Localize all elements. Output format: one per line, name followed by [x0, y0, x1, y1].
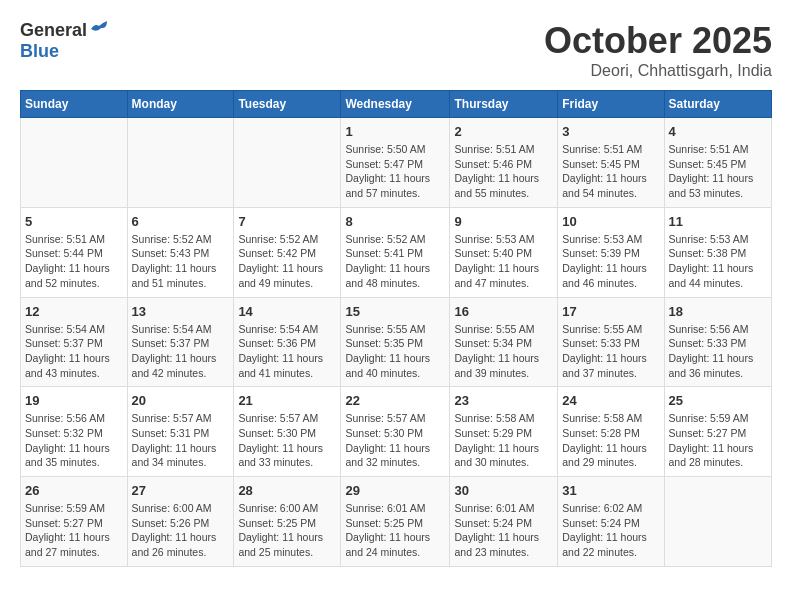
calendar-header-row: Sunday Monday Tuesday Wednesday Thursday…	[21, 91, 772, 118]
day-number: 20	[132, 393, 230, 408]
table-row: 12Sunrise: 5:54 AMSunset: 5:37 PMDayligh…	[21, 297, 128, 387]
day-info: Sunrise: 5:55 AMSunset: 5:33 PMDaylight:…	[562, 322, 659, 381]
day-number: 21	[238, 393, 336, 408]
day-info: Sunrise: 5:56 AMSunset: 5:32 PMDaylight:…	[25, 411, 123, 470]
table-row: 31Sunrise: 6:02 AMSunset: 5:24 PMDayligh…	[558, 477, 664, 567]
table-row: 7Sunrise: 5:52 AMSunset: 5:42 PMDaylight…	[234, 207, 341, 297]
table-row: 24Sunrise: 5:58 AMSunset: 5:28 PMDayligh…	[558, 387, 664, 477]
calendar-week-row: 5Sunrise: 5:51 AMSunset: 5:44 PMDaylight…	[21, 207, 772, 297]
table-row	[21, 118, 128, 208]
day-number: 10	[562, 214, 659, 229]
table-row: 3Sunrise: 5:51 AMSunset: 5:45 PMDaylight…	[558, 118, 664, 208]
day-info: Sunrise: 5:53 AMSunset: 5:40 PMDaylight:…	[454, 232, 553, 291]
day-number: 23	[454, 393, 553, 408]
calendar-week-row: 26Sunrise: 5:59 AMSunset: 5:27 PMDayligh…	[21, 477, 772, 567]
calendar-title: October 2025	[544, 20, 772, 62]
table-row: 26Sunrise: 5:59 AMSunset: 5:27 PMDayligh…	[21, 477, 128, 567]
day-number: 7	[238, 214, 336, 229]
day-number: 22	[345, 393, 445, 408]
day-info: Sunrise: 6:02 AMSunset: 5:24 PMDaylight:…	[562, 501, 659, 560]
day-number: 1	[345, 124, 445, 139]
table-row: 29Sunrise: 6:01 AMSunset: 5:25 PMDayligh…	[341, 477, 450, 567]
day-number: 30	[454, 483, 553, 498]
day-number: 19	[25, 393, 123, 408]
table-row	[664, 477, 771, 567]
day-info: Sunrise: 6:00 AMSunset: 5:26 PMDaylight:…	[132, 501, 230, 560]
day-number: 15	[345, 304, 445, 319]
table-row: 23Sunrise: 5:58 AMSunset: 5:29 PMDayligh…	[450, 387, 558, 477]
day-number: 18	[669, 304, 767, 319]
day-info: Sunrise: 5:53 AMSunset: 5:39 PMDaylight:…	[562, 232, 659, 291]
day-info: Sunrise: 5:55 AMSunset: 5:35 PMDaylight:…	[345, 322, 445, 381]
table-row: 28Sunrise: 6:00 AMSunset: 5:25 PMDayligh…	[234, 477, 341, 567]
day-number: 17	[562, 304, 659, 319]
day-number: 11	[669, 214, 767, 229]
table-row: 14Sunrise: 5:54 AMSunset: 5:36 PMDayligh…	[234, 297, 341, 387]
day-info: Sunrise: 5:50 AMSunset: 5:47 PMDaylight:…	[345, 142, 445, 201]
day-number: 6	[132, 214, 230, 229]
day-number: 3	[562, 124, 659, 139]
day-info: Sunrise: 6:01 AMSunset: 5:25 PMDaylight:…	[345, 501, 445, 560]
day-info: Sunrise: 6:01 AMSunset: 5:24 PMDaylight:…	[454, 501, 553, 560]
calendar-table: Sunday Monday Tuesday Wednesday Thursday…	[20, 90, 772, 567]
day-info: Sunrise: 6:00 AMSunset: 5:25 PMDaylight:…	[238, 501, 336, 560]
header: General Blue October 2025 Deori, Chhatti…	[20, 20, 772, 80]
table-row: 5Sunrise: 5:51 AMSunset: 5:44 PMDaylight…	[21, 207, 128, 297]
day-info: Sunrise: 5:54 AMSunset: 5:37 PMDaylight:…	[132, 322, 230, 381]
day-info: Sunrise: 5:57 AMSunset: 5:31 PMDaylight:…	[132, 411, 230, 470]
table-row: 11Sunrise: 5:53 AMSunset: 5:38 PMDayligh…	[664, 207, 771, 297]
day-number: 25	[669, 393, 767, 408]
day-info: Sunrise: 5:55 AMSunset: 5:34 PMDaylight:…	[454, 322, 553, 381]
day-info: Sunrise: 5:58 AMSunset: 5:29 PMDaylight:…	[454, 411, 553, 470]
table-row: 20Sunrise: 5:57 AMSunset: 5:31 PMDayligh…	[127, 387, 234, 477]
day-number: 26	[25, 483, 123, 498]
table-row: 17Sunrise: 5:55 AMSunset: 5:33 PMDayligh…	[558, 297, 664, 387]
table-row: 6Sunrise: 5:52 AMSunset: 5:43 PMDaylight…	[127, 207, 234, 297]
header-sunday: Sunday	[21, 91, 128, 118]
day-info: Sunrise: 5:58 AMSunset: 5:28 PMDaylight:…	[562, 411, 659, 470]
calendar-week-row: 12Sunrise: 5:54 AMSunset: 5:37 PMDayligh…	[21, 297, 772, 387]
day-number: 27	[132, 483, 230, 498]
day-number: 9	[454, 214, 553, 229]
table-row	[234, 118, 341, 208]
day-number: 5	[25, 214, 123, 229]
day-number: 24	[562, 393, 659, 408]
day-number: 4	[669, 124, 767, 139]
logo-blue-text: Blue	[20, 41, 59, 61]
header-wednesday: Wednesday	[341, 91, 450, 118]
day-number: 2	[454, 124, 553, 139]
day-info: Sunrise: 5:52 AMSunset: 5:43 PMDaylight:…	[132, 232, 230, 291]
table-row: 2Sunrise: 5:51 AMSunset: 5:46 PMDaylight…	[450, 118, 558, 208]
calendar-week-row: 19Sunrise: 5:56 AMSunset: 5:32 PMDayligh…	[21, 387, 772, 477]
table-row: 21Sunrise: 5:57 AMSunset: 5:30 PMDayligh…	[234, 387, 341, 477]
calendar-week-row: 1Sunrise: 5:50 AMSunset: 5:47 PMDaylight…	[21, 118, 772, 208]
table-row: 27Sunrise: 6:00 AMSunset: 5:26 PMDayligh…	[127, 477, 234, 567]
table-row: 9Sunrise: 5:53 AMSunset: 5:40 PMDaylight…	[450, 207, 558, 297]
table-row: 10Sunrise: 5:53 AMSunset: 5:39 PMDayligh…	[558, 207, 664, 297]
day-info: Sunrise: 5:59 AMSunset: 5:27 PMDaylight:…	[669, 411, 767, 470]
table-row: 19Sunrise: 5:56 AMSunset: 5:32 PMDayligh…	[21, 387, 128, 477]
logo-general-text: General	[20, 20, 87, 41]
calendar-subtitle: Deori, Chhattisgarh, India	[544, 62, 772, 80]
table-row: 16Sunrise: 5:55 AMSunset: 5:34 PMDayligh…	[450, 297, 558, 387]
table-row	[127, 118, 234, 208]
day-number: 28	[238, 483, 336, 498]
day-info: Sunrise: 5:57 AMSunset: 5:30 PMDaylight:…	[345, 411, 445, 470]
day-info: Sunrise: 5:51 AMSunset: 5:45 PMDaylight:…	[562, 142, 659, 201]
day-info: Sunrise: 5:51 AMSunset: 5:44 PMDaylight:…	[25, 232, 123, 291]
header-saturday: Saturday	[664, 91, 771, 118]
day-number: 31	[562, 483, 659, 498]
header-monday: Monday	[127, 91, 234, 118]
day-number: 16	[454, 304, 553, 319]
logo: General Blue	[20, 20, 111, 62]
day-info: Sunrise: 5:54 AMSunset: 5:37 PMDaylight:…	[25, 322, 123, 381]
day-info: Sunrise: 5:59 AMSunset: 5:27 PMDaylight:…	[25, 501, 123, 560]
table-row: 8Sunrise: 5:52 AMSunset: 5:41 PMDaylight…	[341, 207, 450, 297]
header-thursday: Thursday	[450, 91, 558, 118]
day-info: Sunrise: 5:57 AMSunset: 5:30 PMDaylight:…	[238, 411, 336, 470]
day-info: Sunrise: 5:53 AMSunset: 5:38 PMDaylight:…	[669, 232, 767, 291]
title-area: October 2025 Deori, Chhattisgarh, India	[544, 20, 772, 80]
logo-bird-icon	[89, 21, 111, 41]
table-row: 18Sunrise: 5:56 AMSunset: 5:33 PMDayligh…	[664, 297, 771, 387]
day-number: 13	[132, 304, 230, 319]
